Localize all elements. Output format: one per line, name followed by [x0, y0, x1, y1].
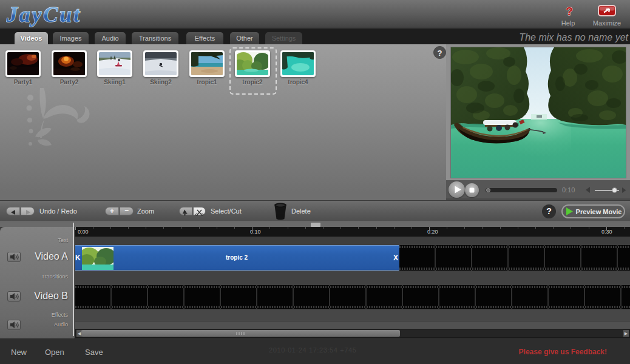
svg-text:?: ? [566, 5, 573, 17]
svg-text:JayCut: JayCut [6, 3, 80, 27]
